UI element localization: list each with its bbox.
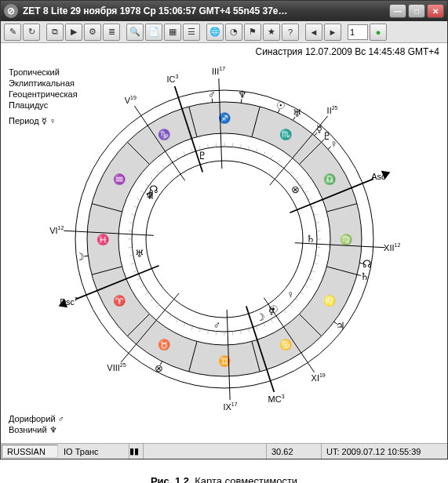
svg-text:♃: ♃ [335,320,344,332]
figure-caption: Рис. 1.2. Карта совместимости [0,475,448,483]
svg-text:☽: ☽ [75,251,85,263]
toolbar-flag-button[interactable]: ⚑ [244,24,261,41]
toolbar-wand-button[interactable]: ✎ [4,24,21,41]
svg-text:♑: ♑ [157,128,170,141]
toolbar-chart-button[interactable]: ◔ [225,24,242,41]
toolbar-globe-button[interactable]: 🌐 [206,24,224,41]
toolbar: ✎↻⧉▶⚙≣🔍📄▦☰🌐◔⚑★?◄►● [1,21,447,43]
toolbar-play-button[interactable]: ▶ [65,24,82,41]
svg-text:♀: ♀ [286,289,294,300]
app-window: ⊘ ZET 8 Lite 29 ноября 1978 Ср 15:06:57 … [0,0,448,459]
svg-text:♓: ♓ [97,233,110,246]
window-title: ZET 8 Lite 29 ноября 1978 Ср 15:06:57 GM… [23,5,389,16]
svg-text:VIII25: VIII25 [107,362,126,372]
status-spacer [144,444,267,459]
svg-line-146 [241,99,242,103]
svg-text:MC3: MC3 [268,394,284,404]
svg-text:♅: ♅ [134,248,144,260]
svg-text:☿: ☿ [316,123,322,135]
svg-text:VI12: VI12 [49,225,64,235]
svg-line-142 [84,256,88,256]
toolbar-help-button[interactable]: ? [282,24,299,41]
svg-text:♂: ♂ [208,89,216,100]
svg-text:IX17: IX17 [223,401,237,412]
svg-text:V19: V19 [124,95,136,105]
minimize-button[interactable]: — [389,4,406,18]
svg-text:☊: ☊ [148,183,158,195]
svg-text:☊: ☊ [362,258,372,270]
toolbar-alt-button[interactable]: ⧉ [46,24,64,41]
toolbar-doc-button[interactable]: 📄 [145,24,162,41]
close-button[interactable]: ✕ [427,4,444,18]
svg-text:♆: ♆ [237,89,246,100]
svg-text:XI19: XI19 [311,372,325,383]
status-mode[interactable]: IO Транс [59,444,129,459]
toolbar-gear-button[interactable]: ⚙ [84,24,101,41]
status-lang[interactable]: RUSSIAN [2,445,58,458]
chart-canvas: Синастрия 12.07.2009 Вс 14:45:48 GMT+4 Т… [1,43,447,443]
svg-text:☿: ☿ [268,305,274,317]
svg-text:☉: ☉ [276,100,286,111]
toolbar-status-light[interactable]: ● [370,24,387,41]
period-label: Период [9,116,39,125]
titlebar[interactable]: ⊘ ZET 8 Lite 29 ноября 1978 Ср 15:06:57 … [1,1,447,21]
app-icon: ⊘ [4,4,18,18]
toolbar-list-button[interactable]: ☰ [183,24,200,41]
toolbar-star-button[interactable]: ★ [263,24,280,41]
toolbar-nav-right-button[interactable]: ► [324,24,341,41]
toolbar-layers-button[interactable]: ≣ [103,24,120,41]
svg-text:♍: ♍ [340,233,353,246]
svg-text:⊗: ⊗ [154,362,162,374]
svg-text:XII12: XII12 [384,242,400,252]
status-value: 30.62 [267,444,322,459]
toolbar-find-button[interactable]: 🔍 [126,24,144,41]
svg-text:♂: ♂ [213,319,220,331]
svg-text:IC3: IC3 [166,74,178,84]
statusbar: RUSSIAN IO Транс ▮▮ 30.62 UT: 2009.07.12… [1,443,447,459]
svg-text:♌: ♌ [323,294,337,307]
svg-text:♅: ♅ [292,107,301,119]
svg-text:♄: ♄ [306,233,315,245]
svg-text:☽: ☽ [256,311,265,323]
toolbar-table-button[interactable]: ▦ [164,24,181,41]
natal-chart[interactable]: ♈♉♊♋♌♍♎♏♐♑♒♓Asc7II25III17IC3V19VI12Dsc7V… [36,51,413,427]
svg-text:⊗: ⊗ [290,183,299,195]
svg-text:♎: ♎ [323,172,337,186]
maximize-button[interactable]: □ [408,4,425,18]
svg-text:III17: III17 [212,66,225,76]
svg-text:♒: ♒ [112,172,126,186]
svg-text:♋: ♋ [279,338,292,351]
status-bars[interactable]: ▮▮ [129,444,144,459]
status-time: UT: 2009.07.12 10:55:39 [322,444,447,459]
toolbar-number-input[interactable] [348,24,368,40]
svg-text:♊: ♊ [218,354,231,368]
svg-text:♇: ♇ [197,150,206,162]
svg-point-4 [146,161,303,318]
svg-text:♉: ♉ [157,338,170,351]
figure-text: Карта совместимости [192,475,297,483]
toolbar-nav-left-button[interactable]: ◄ [305,24,322,41]
svg-text:♄: ♄ [359,271,369,282]
svg-text:II25: II25 [326,105,337,115]
svg-text:♈: ♈ [112,294,126,307]
svg-text:♏: ♏ [279,128,292,141]
toolbar-history-button[interactable]: ↻ [23,24,40,41]
figure-number: Рис. 1.2. [151,475,192,483]
